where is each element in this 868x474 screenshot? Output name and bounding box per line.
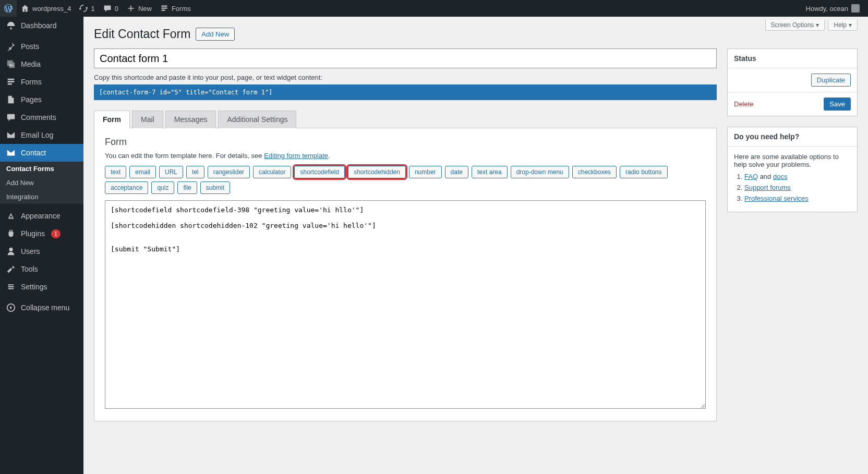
- editing-form-template-link[interactable]: Editing form template: [264, 152, 328, 160]
- svg-point-2: [9, 288, 11, 289]
- tools-icon: [6, 264, 17, 274]
- help-item-faq: FAQ and docs: [744, 173, 851, 180]
- menu-label: Media: [21, 60, 41, 68]
- menu-label: Plugins: [21, 229, 45, 238]
- menu-label: Forms: [21, 78, 42, 86]
- tag-btn-text[interactable]: text: [105, 166, 126, 178]
- menu-label: Posts: [21, 42, 39, 51]
- mail-icon: [6, 148, 17, 157]
- comments-menu[interactable]: 0: [99, 0, 123, 17]
- screen-options-button[interactable]: Screen Options ▾: [765, 20, 825, 31]
- form-template-textarea[interactable]: [105, 200, 706, 409]
- tag-btn-submit[interactable]: submit: [200, 181, 230, 194]
- menu-pages[interactable]: Pages: [0, 91, 83, 108]
- comment-icon: [103, 4, 112, 13]
- menu-plugins[interactable]: Plugins 1: [0, 225, 83, 242]
- svg-point-0: [8, 284, 10, 286]
- tag-btn-tel[interactable]: tel: [186, 166, 204, 178]
- form-panel: Form You can edit the form template here…: [94, 128, 717, 421]
- tag-btn-shortcodehidden[interactable]: shortcodehidden: [348, 166, 406, 178]
- menu-users[interactable]: Users: [0, 242, 83, 260]
- tab-messages[interactable]: Messages: [165, 111, 216, 128]
- help-item-pro: Professional services: [744, 195, 851, 202]
- appearance-icon: [6, 211, 17, 221]
- updates-menu[interactable]: 1: [75, 0, 99, 17]
- submenu-contact-forms[interactable]: Contact Forms: [0, 162, 83, 176]
- contact-submenu: Contact Forms Add New Integration: [0, 162, 83, 204]
- forms-label: Forms: [172, 5, 191, 13]
- menu-dashboard[interactable]: Dashboard: [0, 17, 83, 34]
- tag-btn-shortcodefield[interactable]: shortcodefield: [294, 166, 345, 178]
- save-button[interactable]: Save: [824, 98, 851, 111]
- updates-count: 1: [91, 5, 94, 13]
- tag-btn-rangeslider[interactable]: rangeslider: [208, 166, 250, 178]
- plugin-icon: [6, 229, 17, 238]
- duplicate-button[interactable]: Duplicate: [811, 74, 851, 87]
- media-icon: [6, 59, 17, 69]
- submenu-integration[interactable]: Integration: [0, 190, 83, 204]
- menu-media[interactable]: Media: [0, 55, 83, 73]
- site-name-menu[interactable]: wordpress_4: [17, 0, 75, 17]
- menu-tools[interactable]: Tools: [0, 260, 83, 278]
- menu-label: Dashboard: [21, 21, 57, 30]
- chevron-down-icon: ▾: [849, 21, 852, 29]
- form-panel-desc: You can edit the form template here. For…: [105, 152, 706, 160]
- tag-btn-text-area[interactable]: text area: [472, 166, 508, 178]
- tag-btn-acceptance[interactable]: acceptance: [105, 181, 148, 194]
- page-title: Edit Contact Form: [94, 27, 190, 41]
- tag-btn-quiz[interactable]: quiz: [151, 181, 174, 194]
- wp-logo-menu[interactable]: [0, 0, 17, 17]
- tag-btn-drop-down-menu[interactable]: drop-down menu: [511, 166, 569, 178]
- menu-label: Pages: [21, 95, 42, 104]
- shortcode-hint: Copy this shortcode and paste it into yo…: [94, 74, 717, 81]
- menu-posts[interactable]: Posts: [0, 38, 83, 55]
- menu-label: Collapse menu: [21, 303, 69, 312]
- docs-link[interactable]: docs: [773, 173, 787, 180]
- comments-count: 0: [115, 5, 118, 13]
- help-intro: Here are some available options to help …: [734, 153, 851, 168]
- menu-collapse[interactable]: Collapse menu: [0, 299, 83, 317]
- forms-menu[interactable]: Forms: [156, 0, 195, 17]
- status-box-title: Status: [728, 49, 857, 68]
- update-icon: [79, 4, 88, 13]
- menu-contact[interactable]: Contact: [0, 144, 83, 162]
- tab-form[interactable]: Form: [94, 111, 130, 128]
- new-content-menu[interactable]: New: [123, 0, 156, 17]
- help-button[interactable]: Help ▾: [828, 20, 858, 31]
- form-title-input[interactable]: [94, 48, 717, 68]
- menu-label: Users: [21, 247, 40, 256]
- tag-btn-file[interactable]: file: [177, 181, 197, 194]
- menu-settings[interactable]: Settings: [0, 278, 83, 296]
- tab-mail[interactable]: Mail: [132, 111, 163, 128]
- dashboard-icon: [6, 21, 17, 30]
- submenu-add-new[interactable]: Add New: [0, 176, 83, 190]
- tag-btn-number[interactable]: number: [409, 166, 442, 178]
- tag-btn-URL[interactable]: URL: [159, 166, 183, 178]
- add-new-button[interactable]: Add New: [196, 28, 235, 41]
- tag-btn-radio-buttons[interactable]: radio buttons: [620, 166, 667, 178]
- comment-icon: [6, 113, 17, 122]
- menu-email-log[interactable]: Email Log: [0, 126, 83, 144]
- forms-icon: [160, 4, 168, 13]
- status-box: Status Duplicate Delete Save: [727, 48, 858, 116]
- support-forums-link[interactable]: Support forums: [744, 184, 791, 191]
- menu-appearance[interactable]: Appearance: [0, 207, 83, 225]
- my-account-menu[interactable]: Howdy, ocean: [802, 0, 864, 17]
- chevron-down-icon: ▾: [816, 21, 819, 29]
- tag-btn-email[interactable]: email: [129, 166, 156, 178]
- forms-icon: [6, 77, 17, 87]
- tag-btn-checkboxes[interactable]: checkboxes: [572, 166, 617, 178]
- tab-additional-settings[interactable]: Additional Settings: [218, 111, 296, 128]
- shortcode-display[interactable]: [contact-form-7 id="5" title="Contact fo…: [94, 84, 717, 100]
- menu-comments[interactable]: Comments: [0, 108, 83, 126]
- faq-link[interactable]: FAQ: [744, 173, 758, 180]
- form-panel-heading: Form: [105, 137, 706, 148]
- tag-btn-calculator[interactable]: calculator: [253, 166, 291, 178]
- howdy-label: Howdy, ocean: [806, 5, 848, 13]
- user-icon: [6, 247, 17, 256]
- tag-btn-date[interactable]: date: [445, 166, 468, 178]
- tag-generator-row: textemailURLtelrangeslidercalculatorshor…: [105, 166, 706, 194]
- professional-services-link[interactable]: Professional services: [744, 195, 809, 202]
- menu-forms[interactable]: Forms: [0, 73, 83, 91]
- delete-link[interactable]: Delete: [734, 100, 754, 108]
